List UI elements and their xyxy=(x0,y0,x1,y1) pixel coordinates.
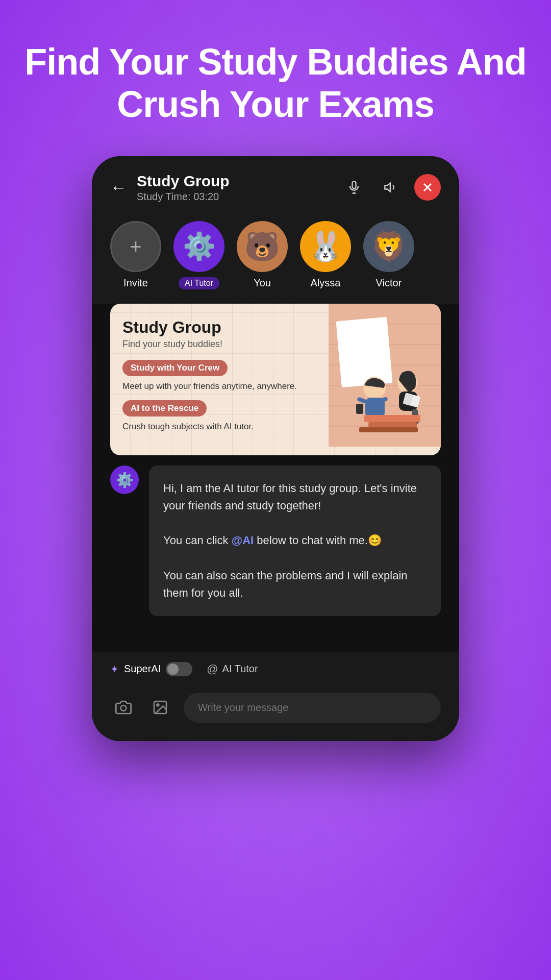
chat-area: ⚙️ Hi, I am the AI tutor for this study … xyxy=(92,445,459,636)
study-card: Study Group Find your study buddies! Stu… xyxy=(110,304,441,456)
ai-chat-text: Hi, I am the AI tutor for this study gro… xyxy=(163,480,427,602)
svg-rect-25 xyxy=(364,415,420,422)
speaker-icon xyxy=(384,180,398,194)
participant-you[interactable]: 🐻 You xyxy=(237,221,288,289)
image-icon xyxy=(152,699,168,716)
microphone-icon xyxy=(347,180,361,194)
svg-rect-0 xyxy=(353,181,356,188)
alyssa-label: Alyssa xyxy=(311,277,341,289)
back-button[interactable]: ← xyxy=(110,178,127,197)
super-ai-switch[interactable] xyxy=(166,662,192,676)
close-button[interactable] xyxy=(414,174,441,201)
participant-invite[interactable]: + Invite xyxy=(110,221,161,289)
alyssa-avatar: 🐰 xyxy=(300,221,351,272)
svg-rect-18 xyxy=(356,404,363,414)
microphone-button[interactable] xyxy=(341,174,367,201)
participant-alyssa[interactable]: 🐰 Alyssa xyxy=(300,221,351,289)
study-card-wrapper: Study Group Find your study buddies! Stu… xyxy=(92,304,459,456)
image-button[interactable] xyxy=(147,694,173,721)
study-illustration-svg xyxy=(329,304,441,447)
sparkle-icon: ✦ xyxy=(110,663,119,675)
camera-icon xyxy=(115,699,132,716)
study-time: Study Time: 03:20 xyxy=(137,191,333,203)
chat-spacer xyxy=(92,636,459,652)
svg-point-30 xyxy=(157,704,159,706)
bottom-toolbar: ✦ SuperAI @ AI Tutor xyxy=(92,652,459,687)
toggle-knob xyxy=(167,664,179,675)
svg-rect-27 xyxy=(359,427,418,432)
group-name: Study Group xyxy=(137,173,333,190)
chat-header: ← Study Group Study Time: 03:20 xyxy=(92,156,459,213)
header-icons xyxy=(341,174,441,201)
super-ai-toggle[interactable]: ✦ SuperAI xyxy=(110,662,192,676)
ai-chat-bubble: Hi, I am the AI tutor for this study gro… xyxy=(149,465,441,616)
participant-ai-tutor[interactable]: ⚙️ AI Tutor xyxy=(173,221,224,289)
at-symbol: @ xyxy=(207,663,218,676)
close-icon xyxy=(420,180,435,194)
message-input[interactable] xyxy=(184,693,441,723)
ai-tutor-button-label: AI Tutor xyxy=(222,663,258,675)
super-ai-label: SuperAI xyxy=(124,663,161,675)
ai-tutor-badge: AI Tutor xyxy=(179,277,219,289)
camera-button[interactable] xyxy=(110,694,137,721)
svg-point-28 xyxy=(121,705,127,711)
plus-icon: + xyxy=(130,236,141,257)
ai-chat-message: ⚙️ Hi, I am the AI tutor for this study … xyxy=(110,465,441,616)
ai-tutor-button[interactable]: @ AI Tutor xyxy=(207,663,258,676)
input-row xyxy=(92,687,459,741)
ai-chat-avatar: ⚙️ xyxy=(110,465,139,494)
invite-label: Invite xyxy=(123,277,148,289)
ai-tutor-avatar: ⚙️ xyxy=(173,221,224,272)
participants-row: + Invite ⚙️ AI Tutor 🐻 You 🐰 Alyssa xyxy=(92,213,459,304)
victor-label: Victor xyxy=(376,277,402,289)
svg-rect-13 xyxy=(336,316,393,387)
study-card-illustration xyxy=(329,304,441,456)
participant-victor[interactable]: 🦁 Victor xyxy=(363,221,414,289)
header-title-block: Study Group Study Time: 03:20 xyxy=(137,173,333,203)
you-avatar: 🐻 xyxy=(237,221,288,272)
phone-mockup: ← Study Group Study Time: 03:20 xyxy=(92,156,459,741)
invite-avatar: + xyxy=(110,221,161,272)
you-label: You xyxy=(254,277,271,289)
victor-avatar: 🦁 xyxy=(363,221,414,272)
page-headline: Find Your Study Buddies And Crush Your E… xyxy=(20,41,531,126)
speaker-button[interactable] xyxy=(378,174,404,201)
at-ai-link[interactable]: @AI xyxy=(232,534,254,547)
svg-marker-3 xyxy=(385,183,390,191)
svg-rect-26 xyxy=(368,422,417,427)
